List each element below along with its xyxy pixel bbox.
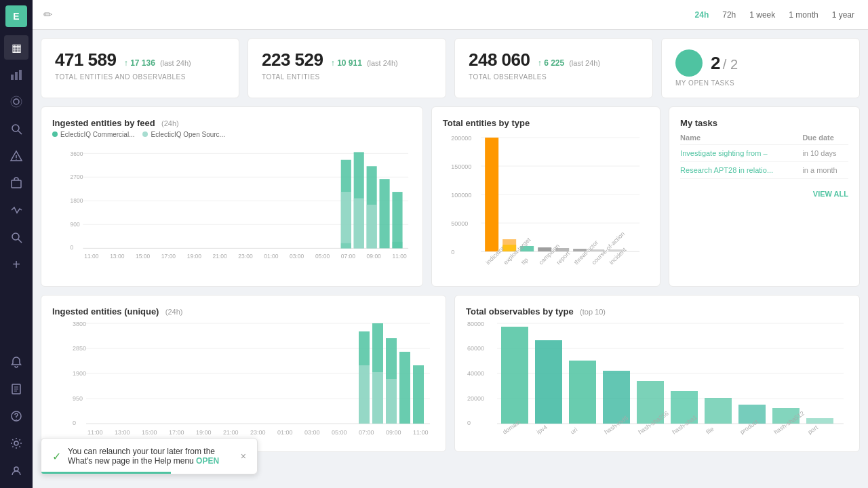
task-link-1[interactable]: Investigate sighting from – [680,149,767,157]
svg-text:01:00: 01:00 [264,253,279,260]
sidebar-item-network[interactable] [4,89,28,114]
svg-rect-1 [15,72,18,80]
svg-rect-2 [19,70,22,80]
svg-text:0: 0 [467,420,471,426]
toast-progress-bar [41,472,171,474]
svg-rect-128 [705,398,732,424]
svg-rect-122 [501,327,528,424]
task-due-2: in a month [802,162,848,179]
stats-row: 471 589 ↑ 17 136 (last 24h) TOTAL ENTITI… [41,38,860,98]
stat-label-entities: TOTAL ENTITIES [262,73,432,81]
tasks-col-name: Name [680,131,802,145]
stat-number-entities: 223 529 [262,49,323,70]
sidebar-item-add[interactable]: + [4,252,28,277]
svg-text:15:00: 15:00 [136,253,151,260]
svg-text:50000: 50000 [451,220,468,227]
svg-text:0: 0 [73,420,76,426]
svg-rect-124 [569,361,596,424]
svg-text:13:00: 13:00 [115,429,130,436]
time-filters: 24h 72h 1 week 1 month 1 year [692,9,857,21]
sidebar-item-alerts[interactable] [4,144,28,168]
stat-total-entities: 223 529 ↑ 10 911 (last 24h) TOTAL ENTITI… [248,38,446,98]
svg-rect-97 [372,372,383,424]
stat-number-total: 471 589 [55,49,116,70]
svg-point-19 [14,441,18,445]
task-due-1: in 10 days [802,145,848,162]
svg-text:15:00: 15:00 [142,429,157,436]
task-circle-icon [675,49,703,77]
svg-rect-37 [354,199,364,249]
ingested-unique-chart-card: Ingested entities (unique) (24h) 3800 28… [41,295,446,452]
sidebar-item-cases[interactable] [4,171,28,195]
svg-text:3800: 3800 [73,321,86,327]
my-tasks-card: My tasks Name Due date Investigate sight… [669,106,860,287]
stat-change-observables: ↑ 6 225 (last 24h) [538,58,600,68]
observables-by-type-title: Total observables by type [466,306,574,317]
sidebar-item-investigate[interactable] [4,117,28,141]
time-filter-1week[interactable]: 1 week [747,9,778,21]
sidebar-item-help[interactable] [4,404,28,428]
svg-text:3600: 3600 [70,150,83,157]
stat-total-entities-observables: 471 589 ↑ 17 136 (last 24h) TOTAL ENTITI… [41,38,239,98]
ingested-unique-svg: 3800 2850 1900 950 0 [52,317,435,439]
charts-row-2: Ingested entities (unique) (24h) 3800 28… [41,295,860,452]
ingested-unique-subtitle: (24h) [165,308,183,316]
sidebar-item-profile[interactable] [4,458,28,483]
svg-text:200000: 200000 [451,135,471,142]
charts-row-1: Ingested entities by feed (24h) Eclectic… [41,106,860,287]
svg-rect-96 [359,365,370,424]
stat-open-tasks: 2 / 2 MY OPEN TASKS [661,38,860,98]
sidebar-item-activity[interactable] [4,198,28,222]
view-all-button[interactable]: VIEW ALL [813,190,848,198]
total-by-type-svg: 200000 150000 100000 50000 0 [443,131,649,273]
svg-rect-123 [535,340,562,424]
svg-point-9 [16,159,17,160]
sidebar-item-settings[interactable] [4,431,28,455]
sidebar-item-reports[interactable] [4,377,28,401]
sidebar-item-analytics[interactable] [4,62,28,87]
observables-by-type-chart-card: Total observables by type (top 10) 80000… [454,295,860,452]
svg-point-11 [12,233,19,240]
ingested-feed-svg: 3600 2700 1800 900 0 [52,144,412,266]
task-link-2[interactable]: Research APT28 in relatio... [680,166,773,174]
task-total: / 2 [723,57,738,72]
time-filter-1month[interactable]: 1 month [786,9,821,21]
svg-rect-0 [11,75,14,80]
svg-text:2850: 2850 [73,345,86,352]
svg-text:21:00: 21:00 [223,429,239,436]
svg-rect-10 [12,180,21,188]
toast-close-button[interactable]: × [241,451,246,462]
svg-point-5 [12,125,19,131]
svg-text:07:00: 07:00 [341,253,356,260]
time-filter-24h[interactable]: 24h [692,9,712,21]
observables-by-type-subtitle: (top 10) [580,308,606,316]
stat-number-observables: 248 060 [469,49,530,70]
sidebar-item-dashboard[interactable]: ▦ [4,35,28,60]
svg-text:13:00: 13:00 [110,253,125,260]
stat-change-entities: ↑ 10 911 (last 24h) [331,58,398,68]
sidebar-logo[interactable]: E [5,5,27,27]
svg-rect-94 [399,352,410,424]
sidebar-item-search[interactable] [4,225,28,249]
my-tasks-title: My tasks [680,118,848,128]
content-area: 471 589 ↑ 17 136 (last 24h) TOTAL ENTITI… [33,30,868,488]
svg-text:ttp: ttp [519,256,529,266]
svg-text:23:00: 23:00 [238,253,253,260]
toast-success-icon: ✓ [52,450,61,463]
time-filter-1year[interactable]: 1 year [829,9,857,21]
time-filter-72h[interactable]: 72h [719,9,738,21]
toast-open-link[interactable]: OPEN [196,456,219,466]
svg-text:20000: 20000 [467,395,484,402]
sidebar-item-notifications[interactable] [4,350,28,374]
svg-text:60000: 60000 [467,345,484,352]
svg-rect-98 [386,379,397,424]
edit-icon[interactable]: ✏ [43,8,52,21]
stat-change-total: ↑ 17 136 (last 24h) [124,58,191,68]
svg-text:0: 0 [451,249,454,256]
svg-text:1800: 1800 [70,197,83,204]
header-left: ✏ [43,8,52,21]
svg-rect-36 [341,192,351,248]
stat-label-tasks: MY OPEN TASKS [675,79,846,87]
svg-text:100000: 100000 [451,192,471,199]
svg-text:40000: 40000 [467,370,484,377]
